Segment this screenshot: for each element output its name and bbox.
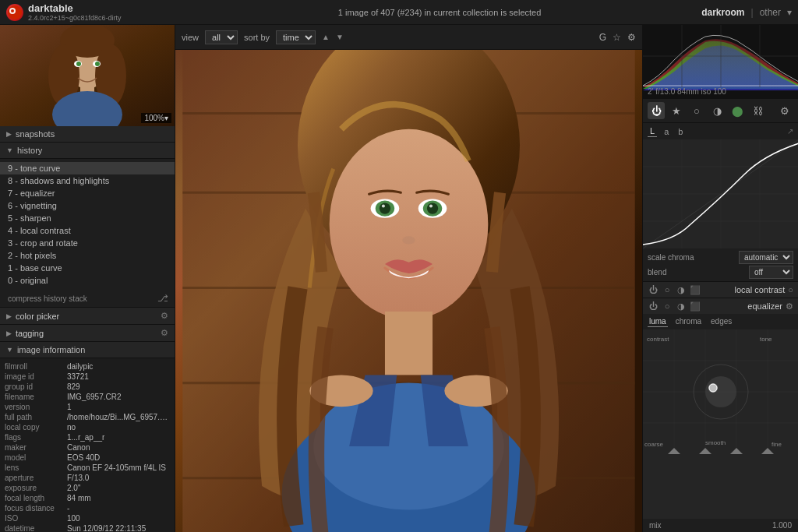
- eq-tab-chroma[interactable]: chroma: [674, 316, 703, 327]
- svg-point-31: [427, 203, 438, 213]
- color-picker-settings[interactable]: ⚙: [161, 311, 168, 321]
- tagging-header[interactable]: ▶ tagging ⚙: [0, 325, 175, 342]
- lc-power-icon[interactable]: ⏻: [648, 284, 659, 295]
- info-row: focal length84 mm: [5, 493, 170, 503]
- other-mode[interactable]: other: [760, 7, 781, 18]
- lc-mask-icon[interactable]: ○: [662, 284, 673, 295]
- thumbnail-area: 100%▾: [0, 25, 175, 126]
- sort-down-icon[interactable]: ▼: [336, 33, 344, 41]
- thumbnail-image: [0, 25, 175, 126]
- list-item[interactable]: 9 - tone curve: [0, 162, 175, 174]
- tagging-label: tagging: [16, 329, 44, 338]
- view-select[interactable]: all: [205, 30, 238, 44]
- snapshots-header[interactable]: ▶ snapshots: [0, 126, 175, 143]
- svg-text:smooth: smooth: [705, 439, 726, 446]
- chain-button[interactable]: ⛓: [749, 102, 766, 119]
- blend-select[interactable]: off normal: [749, 266, 793, 279]
- list-item[interactable]: 5 - sharpen: [0, 212, 175, 224]
- bookmark-icon[interactable]: ☆: [613, 32, 621, 43]
- eq-gear-icon[interactable]: ⚙: [786, 301, 793, 312]
- curve-arrow[interactable]: ↗: [787, 127, 793, 136]
- lc-circle-icon[interactable]: ○: [788, 285, 793, 294]
- eq-tab-luma[interactable]: luma: [648, 316, 668, 327]
- svg-point-14: [76, 62, 81, 66]
- star-button[interactable]: ★: [668, 102, 685, 119]
- mix-label: mix: [649, 521, 662, 530]
- history-header[interactable]: ▼ history: [0, 143, 175, 159]
- circle-button[interactable]: ○: [688, 102, 705, 119]
- logo-area: darktable 2.4.0rc2+15~g0c81fd8c6-dirty: [6, 2, 178, 22]
- main-image: [175, 50, 642, 532]
- mode-bar: ⏻ ★ ○ ◑ ⬤ ⛓ ⚙: [643, 99, 798, 123]
- svg-text:tone: tone: [760, 336, 772, 343]
- list-item[interactable]: 8 - shadows and highlights: [0, 174, 175, 187]
- image-info-header[interactable]: ▼ image information: [0, 342, 175, 358]
- svg-point-2: [11, 9, 14, 12]
- list-item[interactable]: 6 - vignetting: [0, 199, 175, 212]
- grid-icon[interactable]: G: [599, 32, 606, 43]
- list-item[interactable]: 7 - equalizer: [0, 187, 175, 199]
- scale-chroma-row: scale chroma automatic manual: [648, 251, 793, 264]
- info-row: lensCanon EF 24-105mm f/4L IS: [5, 463, 170, 473]
- mode-switcher: darkroom | other ▾: [701, 7, 792, 18]
- eq-svg: contrast tone coarse fine smooth: [643, 329, 798, 454]
- svg-text:fine: fine: [772, 441, 782, 448]
- blend-label: blend: [648, 268, 666, 277]
- local-contrast-label: local contrast: [704, 285, 785, 294]
- color-picker-header[interactable]: ▶ color picker ⚙: [0, 307, 175, 325]
- eq-mask-icon[interactable]: ○: [662, 301, 673, 312]
- info-row: modelEOS 40D: [5, 453, 170, 463]
- eq-layer-icon[interactable]: ⬛: [690, 301, 701, 312]
- gear-button[interactable]: ⚙: [776, 102, 793, 119]
- info-row: datetimeSun 12/09/12 22:11:35: [5, 523, 170, 532]
- zoom-label[interactable]: 100%▾: [141, 113, 171, 123]
- filmstrip-icons: G ☆ ⚙: [599, 32, 636, 43]
- center-area: view all sort by time ▲ ▼ G ☆ ⚙: [175, 25, 642, 532]
- equalizer-row: ⏻ ○ ◑ ⬛ equalizer ⚙: [643, 298, 798, 314]
- right-panel: 2' f/13.0 84mm iso 100 ⏻ ★ ○ ◑ ⬤ ⛓ ⚙ L a…: [642, 25, 798, 532]
- info-row: image id33721: [5, 372, 170, 382]
- dot-circle-button[interactable]: ⬤: [729, 102, 746, 119]
- eq-canvas[interactable]: contrast tone coarse fine smooth: [643, 329, 798, 519]
- tagging-settings[interactable]: ⚙: [161, 328, 168, 338]
- svg-text:contrast: contrast: [647, 336, 669, 343]
- info-row: exposure2.0": [5, 483, 170, 493]
- list-item[interactable]: 0 - original: [0, 274, 175, 287]
- tab-b[interactable]: b: [676, 126, 685, 137]
- half-circle-button[interactable]: ◑: [708, 102, 726, 119]
- sort-up-icon[interactable]: ▲: [322, 33, 330, 41]
- curve-controls: scale chroma automatic manual blend off …: [643, 248, 798, 281]
- svg-point-34: [402, 236, 415, 244]
- curve-canvas[interactable]: [643, 139, 798, 248]
- tab-a[interactable]: a: [662, 126, 671, 137]
- darkroom-mode[interactable]: darkroom: [701, 7, 744, 18]
- lc-layer-icon[interactable]: ⬛: [690, 284, 701, 295]
- histogram-area: 2' f/13.0 84mm iso 100: [643, 25, 798, 99]
- compress-icon[interactable]: ⎇: [157, 293, 168, 304]
- settings-icon[interactable]: ⚙: [627, 32, 636, 43]
- info-row: makerCanon: [5, 442, 170, 453]
- list-item[interactable]: 2 - hot pixels: [0, 249, 175, 262]
- list-item[interactable]: 1 - base curve: [0, 262, 175, 274]
- eq-power-icon[interactable]: ⏻: [648, 301, 659, 312]
- svg-point-32: [382, 205, 385, 208]
- eq-tab-edges[interactable]: edges: [709, 316, 733, 327]
- local-contrast-row: ⏻ ○ ◑ ⬛ local contrast ○: [643, 281, 798, 298]
- histogram-info: 2' f/13.0 84mm iso 100: [648, 87, 726, 96]
- equalizer-tabs: luma chroma edges: [643, 314, 798, 329]
- mode-dropdown[interactable]: ▾: [787, 7, 792, 18]
- blend-row: blend off normal: [648, 266, 793, 279]
- info-row: ISO100: [5, 513, 170, 523]
- image-info-label: image information: [17, 345, 85, 354]
- list-item[interactable]: 4 - local contrast: [0, 224, 175, 237]
- eq-lock-icon[interactable]: ◑: [676, 301, 687, 312]
- tab-L[interactable]: L: [648, 125, 657, 137]
- scale-chroma-select[interactable]: automatic manual: [739, 251, 793, 264]
- status-bar: 1 image of 407 (#234) in current collect…: [178, 8, 701, 17]
- compress-label[interactable]: compress history stack: [8, 294, 87, 303]
- list-item[interactable]: 3 - crop and rotate: [0, 237, 175, 249]
- lc-lock-icon[interactable]: ◑: [676, 284, 687, 295]
- sort-select[interactable]: time: [276, 30, 316, 44]
- info-row: version1: [5, 402, 170, 412]
- power-button[interactable]: ⏻: [648, 102, 665, 119]
